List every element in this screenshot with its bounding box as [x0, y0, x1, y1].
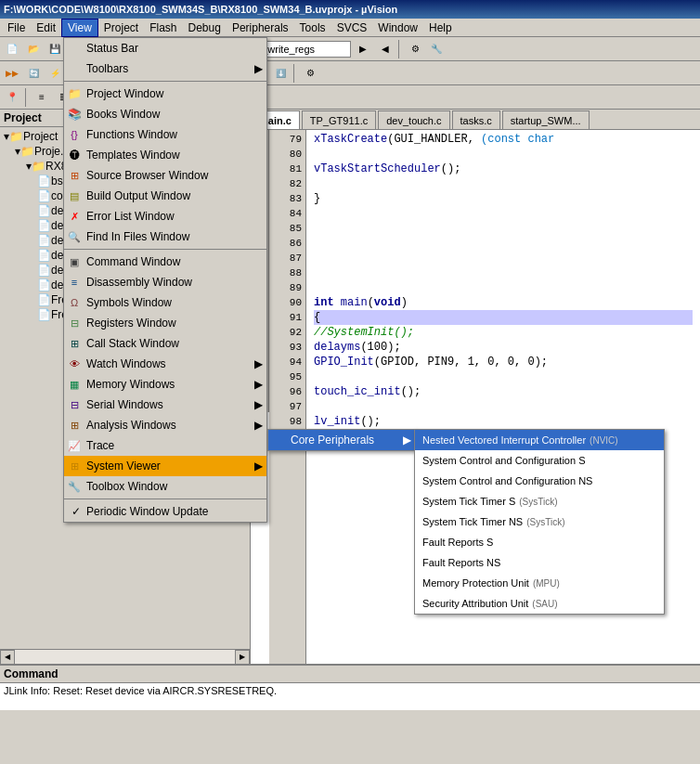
file-icon-delay: 📄: [37, 204, 51, 217]
breakpoint-btn[interactable]: ●: [219, 63, 240, 84]
menu-edit[interactable]: Edit: [31, 19, 61, 36]
undo-btn[interactable]: ↩: [147, 39, 167, 59]
menu-peripherals[interactable]: Peripherals: [227, 19, 294, 36]
tree-item-delay[interactable]: 📄 delay.h: [2, 203, 248, 218]
tree-item-rx8[interactable]: ▾ 📁 RX8...: [2, 159, 248, 174]
flash-download-btn[interactable]: ⬇️: [270, 63, 291, 84]
sidebar-title: Project: [4, 111, 42, 124]
save-btn[interactable]: 💾: [45, 39, 65, 59]
ln-79: 79: [273, 132, 302, 147]
tab-dev-touch[interactable]: dev_touch.c: [378, 110, 449, 129]
bookmark-btn[interactable]: 🔖: [198, 39, 218, 59]
menu-project[interactable]: Project: [98, 19, 144, 36]
toolbar-1: 📄 📂 💾 ✂ 📋 📌 ↩ ↪ 🔖 🔍 ▶ ◀ ⚙ 🔧: [0, 37, 700, 61]
menu-file[interactable]: File: [2, 19, 31, 36]
ln-95: 95: [273, 369, 302, 384]
tab-tasks[interactable]: tasks.c: [452, 110, 500, 129]
run-btn[interactable]: ▶: [125, 63, 146, 84]
ln-82: 82: [273, 176, 302, 191]
step-over-btn[interactable]: ↷: [168, 63, 188, 84]
search-prev-btn[interactable]: ◀: [375, 39, 395, 59]
folder-icon-2: 📁: [32, 160, 45, 173]
config-btn[interactable]: ⚙: [405, 39, 425, 59]
tree-item-sfc[interactable]: 📄 dev_sfc.h: [2, 263, 248, 278]
sidebar-hscroll[interactable]: ◀ ▶: [0, 649, 250, 664]
copy-btn[interactable]: 📋: [96, 39, 116, 59]
file-icon-touch: 📄: [37, 278, 51, 291]
code-area: ▶ 79 80 81 82 83 84 85 86 87: [251, 130, 700, 664]
code-line-82: [314, 176, 693, 191]
settings-btn[interactable]: ⚙: [176, 87, 197, 108]
main-content: Project ▾ 📁 Project ▾ 📁 Proje... ▾ 📁 RX8…: [0, 110, 700, 664]
menu-extra2[interactable]: ≣: [53, 87, 73, 108]
tab-main-c[interactable]: main.c: [251, 110, 300, 129]
code-line-89: [314, 280, 693, 295]
cut-btn[interactable]: ✂: [74, 39, 95, 59]
scroll-right-btn[interactable]: ▶: [235, 650, 250, 665]
menu-view[interactable]: View: [61, 19, 98, 37]
menu-flash[interactable]: Flash: [144, 19, 182, 36]
menu-help[interactable]: Help: [423, 19, 458, 36]
tree-label-rx8: RX8...: [45, 160, 76, 173]
menu-extra3[interactable]: ▤: [74, 87, 95, 108]
tree-label-delay: delay.h: [51, 204, 86, 217]
code-96: touch_ic_init();: [314, 384, 421, 399]
tree-item-freertos[interactable]: 📄 FreeRTOS.h: [2, 292, 248, 307]
paste-btn[interactable]: 📌: [117, 39, 137, 59]
tree-item-rgb[interactable]: 📄 dev_rgb.h: [2, 233, 248, 248]
title-bar: F:\WORK\CODE\W8100\RX8100_SWM34S_B\RX810…: [0, 0, 700, 19]
tree-item-deprecated[interactable]: 📄 deprecated_definitions.h: [2, 218, 248, 233]
code-93: delayms(100);: [314, 340, 401, 355]
step-btn[interactable]: ⬇: [147, 63, 167, 84]
tree-item-bsp[interactable]: 📄 bsp.h: [2, 174, 248, 188]
tree-item-project[interactable]: ▾ 📁 Project: [2, 129, 248, 144]
translate-btn[interactable]: ⚡: [45, 63, 65, 84]
code-line-94: GPIO_Init(GPIOD, PIN9, 1, 0, 0, 0);: [314, 355, 693, 369]
menu-debug[interactable]: Debug: [183, 19, 227, 36]
options-btn[interactable]: ⚙: [300, 63, 320, 84]
menu-window[interactable]: Window: [372, 19, 423, 36]
menu-extra5[interactable]: ▣: [117, 87, 137, 108]
step-out-btn[interactable]: ↑: [189, 63, 210, 84]
scroll-track-h[interactable]: [15, 650, 235, 665]
rebuild-btn[interactable]: 🔄: [23, 63, 44, 84]
code-content[interactable]: xTaskCreate(GUI_HANDLER, (const char vTa…: [306, 130, 700, 664]
debug-btn[interactable]: 🐛: [96, 63, 116, 84]
pin-btn[interactable]: 📍: [2, 87, 22, 108]
tab-tp-gt911[interactable]: TP_GT911.c: [302, 110, 376, 129]
tree-item-proje[interactable]: ▾ 📁 Proje...: [2, 144, 248, 159]
bp-79: [251, 130, 268, 145]
menu-extra1[interactable]: ≡: [32, 87, 52, 108]
code-79: xTaskCreate(GUI_HANDLER, (const char: [314, 132, 554, 147]
new-file-btn[interactable]: 📄: [2, 39, 22, 59]
menu-tools[interactable]: Tools: [294, 19, 331, 36]
extra-btn[interactable]: 🔧: [426, 39, 447, 59]
tree-label-sdram: dev_sdram.h: [51, 249, 115, 262]
ln-98: 98: [273, 414, 302, 429]
code-94: GPIO_Init(GPIOD, PIN9, 1, 0, 0, 0);: [314, 355, 548, 369]
scroll-left-btn[interactable]: ◀: [0, 650, 15, 665]
stop-btn[interactable]: ⬛: [66, 63, 86, 84]
find-btn[interactable]: 🔍: [219, 39, 240, 59]
tree-label-touch: dev_touch.h: [51, 278, 111, 291]
tree-item-sdram[interactable]: 📄 dev_sdram.h: [2, 248, 248, 263]
redo-btn[interactable]: ↪: [168, 39, 188, 59]
code-92: //SystemInit();: [314, 325, 414, 340]
sidebar-tree: ▾ 📁 Project ▾ 📁 Proje... ▾ 📁 RX8... 📄 bs…: [0, 127, 250, 324]
sidebar-header: Project: [0, 110, 250, 127]
periph-btn[interactable]: 🔌: [147, 87, 167, 108]
bp-80: [251, 145, 268, 160]
tree-item-touch[interactable]: 📄 dev_touch.h: [2, 278, 248, 292]
search-input[interactable]: [249, 41, 351, 58]
search-go-btn[interactable]: ▶: [353, 39, 373, 59]
tree-item-core[interactable]: 📄 core_cm33.h: [2, 188, 248, 203]
tab-startup[interactable]: startup_SWM...: [502, 110, 590, 129]
code-line-97: [314, 399, 693, 414]
tree-item-freertosconfig[interactable]: 📄 FreeRTOSConfig.h: [2, 307, 248, 322]
menu-extra4[interactable]: ▦: [96, 87, 116, 108]
open-btn[interactable]: 📂: [23, 39, 44, 59]
menu-svcs[interactable]: SVCS: [331, 19, 373, 36]
build-btn[interactable]: ▶▶: [2, 63, 22, 84]
target-btn[interactable]: 🎯: [249, 63, 269, 84]
bottom-area: Command JLink Info: Reset: Reset device …: [0, 664, 700, 710]
